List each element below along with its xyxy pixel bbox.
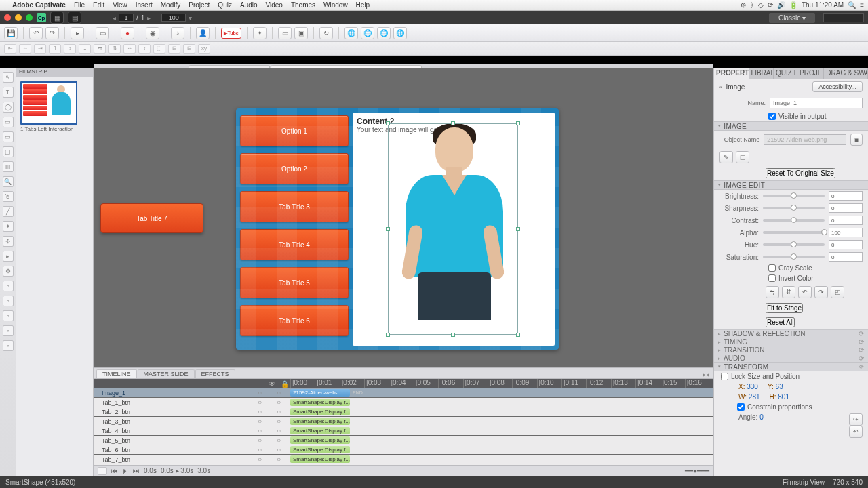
floating-tab-7[interactable]: Tab Title 7 — [100, 203, 203, 233]
text-icon[interactable]: T — [3, 87, 14, 98]
constrain-checkbox[interactable] — [737, 403, 745, 411]
handle-br[interactable] — [516, 333, 520, 337]
preview-icon[interactable]: ▭ — [96, 27, 109, 39]
timeline-row-0[interactable]: Image_1 ○○ 21592-Aiden-web-t...END — [94, 388, 713, 398]
slider-val-0[interactable] — [829, 191, 863, 201]
slider-val-2[interactable] — [829, 216, 863, 225]
lock-col-icon[interactable]: 🔒 — [281, 380, 289, 388]
slider-val-3[interactable] — [829, 228, 863, 237]
next-slide-icon[interactable]: ▸ — [147, 14, 151, 22]
rotate-cw-icon[interactable]: ↷ — [849, 413, 863, 426]
more2-icon[interactable]: ▫ — [3, 296, 14, 306]
tl-first-icon[interactable] — [98, 467, 107, 475]
audio-icon[interactable]: ♪ — [171, 27, 184, 39]
dist-v-icon[interactable]: ⇅ — [108, 44, 121, 54]
flip-v-icon[interactable]: ⇵ — [782, 286, 795, 298]
tl-bar-6[interactable]: SmartShape:Display f... — [290, 446, 350, 453]
tab-title-3[interactable]: Tab Title 3 — [240, 191, 349, 222]
align-mid-icon[interactable]: ↕ — [64, 44, 76, 54]
menu-video[interactable]: Video — [266, 1, 283, 9]
browser4-icon[interactable]: 🌐 — [393, 27, 407, 39]
interaction-icon[interactable]: ✦ — [253, 27, 267, 39]
tl-bar-4[interactable]: SmartShape:Display f... — [290, 427, 350, 434]
handle-tr[interactable] — [516, 121, 520, 125]
edit-image-icon[interactable]: ✎ — [719, 151, 733, 163]
tl-bar-2[interactable]: SmartShape:Display f... — [290, 408, 350, 415]
masterslide-tab[interactable]: MASTER SLIDE — [138, 369, 195, 378]
rollover-icon[interactable]: ▥ — [3, 161, 14, 172]
close-window-icon[interactable] — [4, 14, 11, 21]
menu-quiz[interactable]: Quiz — [218, 1, 232, 9]
dropbox-icon[interactable]: ◇ — [758, 1, 764, 9]
more4-icon[interactable]: ▫ — [3, 325, 14, 336]
more1-icon[interactable]: ▫ — [3, 281, 14, 291]
invert-checkbox[interactable] — [768, 274, 776, 282]
zoom-input[interactable] — [161, 14, 186, 22]
handle-mt[interactable] — [451, 121, 455, 125]
more5-icon[interactable]: ▫ — [3, 340, 14, 351]
menu-insert[interactable]: Insert — [136, 1, 153, 9]
tab-title-4[interactable]: Tab Title 4 — [240, 229, 349, 260]
transform-h[interactable]: 801 — [778, 393, 789, 401]
section-shadow[interactable]: SHADOW & REFLECTION⟳ — [714, 329, 868, 338]
redo-icon[interactable]: ↷ — [45, 27, 59, 39]
slider-2[interactable] — [763, 219, 825, 222]
menu-modify[interactable]: Modify — [161, 1, 180, 9]
wifi-icon[interactable]: ⊚ — [741, 1, 746, 9]
line-icon[interactable]: ╱ — [3, 206, 14, 217]
menu-themes[interactable]: Themes — [291, 1, 315, 9]
option-1[interactable]: Option 1 — [240, 115, 349, 146]
slider-0[interactable] — [763, 195, 825, 197]
tl-bar-7[interactable]: SmartShape:Display f... — [290, 455, 350, 463]
browser1-icon[interactable]: 🌐 — [344, 27, 358, 39]
tl-play-icon[interactable]: ⏵ — [122, 467, 129, 474]
spotlight-icon[interactable]: 🔍 — [848, 1, 856, 9]
snap-icon[interactable]: xy — [198, 44, 210, 54]
menu-view[interactable]: View — [113, 1, 127, 9]
tl-rew-icon[interactable]: ⏮ — [111, 467, 118, 474]
fit-stage-button[interactable]: Fit to Stage — [766, 303, 803, 313]
reset-original-button[interactable]: Reset To Original Size — [766, 168, 835, 178]
insert-slide-icon[interactable]: ▭ — [278, 27, 292, 39]
layout-view-icon[interactable]: ▦ — [50, 12, 64, 24]
battery-icon[interactable]: 🔋 — [789, 1, 797, 9]
align-right-icon[interactable]: ⇥ — [34, 44, 46, 54]
handle-mb[interactable] — [451, 333, 455, 337]
effects-tab[interactable]: EFFECTS — [195, 369, 235, 378]
timeline-row-5[interactable]: Tab_5_btn ○○ SmartShape:Display f... — [94, 436, 713, 445]
anim-icon[interactable]: ✢ — [3, 236, 14, 247]
dist-h-icon[interactable]: ⇆ — [94, 44, 106, 54]
timeline-row-7[interactable]: Tab_7_btn ○○ SmartShape:Display f... — [94, 455, 713, 464]
zoom-dropdown-icon[interactable]: ▾ — [189, 14, 192, 22]
align-left-icon[interactable]: ⇤ — [4, 44, 16, 54]
menu-help[interactable]: Help — [356, 1, 370, 9]
transform-w[interactable]: 281 — [749, 393, 760, 401]
section-transform[interactable]: TRANSFORM⟳ — [714, 362, 868, 371]
tl-bar-3[interactable]: SmartShape:Display f... — [290, 418, 350, 425]
zoom-icon[interactable]: 🔍 — [3, 176, 14, 187]
section-transition[interactable]: TRANSITION⟳ — [714, 346, 868, 354]
timeline-collapse-icon[interactable]: ▸◂ — [698, 371, 713, 378]
shape-icon[interactable]: ◯ — [3, 102, 14, 113]
browse-image-icon[interactable]: ▣ — [850, 134, 863, 146]
menu-window[interactable]: Window — [323, 1, 348, 9]
tl-bar-0[interactable]: 21592-Aiden-web-t... — [290, 389, 350, 396]
tab-project[interactable]: PROJECT — [797, 68, 824, 79]
slider-val-1[interactable] — [829, 203, 863, 213]
rotate-ccw-icon[interactable]: ↶ — [849, 426, 863, 438]
eye-col-icon[interactable]: 👁 — [269, 380, 275, 388]
smart-icon[interactable]: ✦ — [3, 221, 14, 232]
play-icon[interactable]: ▸ — [71, 27, 84, 39]
slider-val-4[interactable] — [829, 240, 863, 249]
align-top-icon[interactable]: ⤒ — [49, 44, 61, 54]
insert-question-icon[interactable]: ▣ — [294, 27, 308, 39]
notif-icon[interactable]: ≡ — [860, 1, 864, 9]
undo-icon[interactable]: ↶ — [29, 27, 43, 39]
save-icon[interactable]: 💾 — [4, 27, 18, 39]
slide-thumbnail-1[interactable] — [20, 81, 77, 125]
tab-quiz[interactable]: QUIZ PR — [774, 68, 797, 79]
zoom-window-icon[interactable] — [26, 14, 33, 21]
youtube-icon[interactable]: ▶Tube — [221, 28, 241, 39]
tab-title-5[interactable]: Tab Title 5 — [240, 267, 349, 298]
match-wh-icon[interactable]: ⬚ — [153, 44, 165, 54]
